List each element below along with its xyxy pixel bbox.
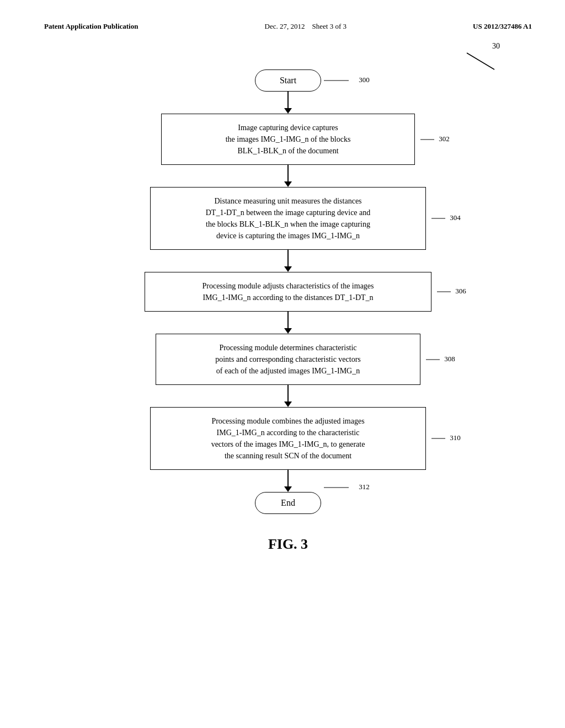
arrow-1 [284, 92, 292, 114]
end-node: End [255, 492, 321, 514]
arrow-2 [284, 165, 292, 187]
end-node-container: 312 End [255, 492, 321, 514]
ref-312: 312 [324, 482, 370, 493]
flowchart: Start 300 Image capturing device capture… [44, 58, 532, 553]
header-sheet: Sheet 3 of 3 [312, 22, 347, 30]
box-308-container: Processing module determines characteris… [156, 334, 420, 385]
ref-302: 302 [420, 134, 450, 145]
box-302: Image capturing device captures the imag… [161, 114, 415, 165]
ref-304: 304 [431, 213, 461, 224]
box-304-container: Distance measuring unit measures the dis… [150, 187, 426, 250]
arrow-4 [284, 312, 292, 334]
page-header: Patent Application Publication Dec. 27, … [44, 22, 532, 31]
box-304: Distance measuring unit measures the dis… [150, 187, 426, 250]
box-310: Processing module combines the adjusted … [150, 407, 426, 470]
ref-310: 310 [431, 433, 461, 444]
header-center: Dec. 27, 2012 Sheet 3 of 3 [265, 22, 347, 31]
arrow-3 [284, 250, 292, 272]
header-right: US 2012/327486 A1 [473, 22, 532, 31]
ref-308: 308 [426, 354, 455, 365]
header-left: Patent Application Publication [44, 22, 138, 31]
start-node-container: Start 300 [255, 69, 321, 92]
arrow-5 [284, 385, 292, 407]
page: Patent Application Publication Dec. 27, … [0, 0, 565, 728]
header-date: Dec. 27, 2012 [265, 22, 305, 30]
box-308: Processing module determines characteris… [156, 334, 420, 385]
ref-300: 300 [324, 75, 370, 86]
arrow-6 [284, 470, 292, 492]
fig-ref-30: 30 [492, 42, 500, 51]
box-310-container: Processing module combines the adjusted … [150, 407, 426, 470]
figure-caption: FIG. 3 [268, 536, 308, 553]
ref-306: 306 [437, 286, 466, 297]
box-306: Processing module adjusts characteristic… [145, 272, 431, 312]
start-node: Start [255, 69, 321, 92]
box-306-container: Processing module adjusts characteristic… [145, 272, 431, 312]
box-302-container: Image capturing device captures the imag… [161, 114, 415, 165]
